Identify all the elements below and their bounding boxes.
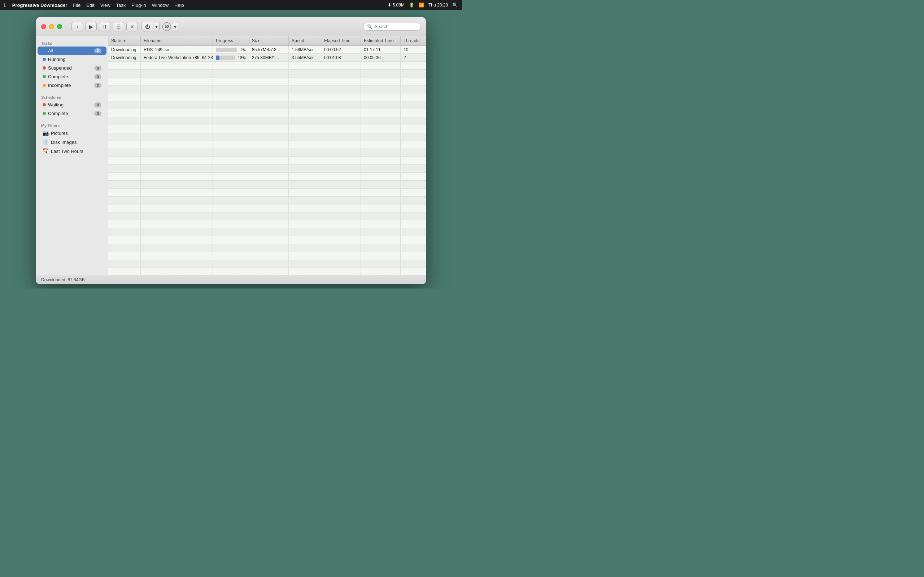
- col-state[interactable]: State ▼: [108, 36, 141, 45]
- empty-cell: [321, 141, 361, 148]
- col-threads[interactable]: Threads: [401, 36, 426, 45]
- pictures-icon: 📷: [43, 130, 49, 136]
- empty-cell: [321, 93, 361, 101]
- empty-cell: [289, 173, 321, 180]
- empty-cell: [401, 77, 426, 85]
- apple-menu[interactable]: : [4, 2, 6, 8]
- list-button[interactable]: ☰: [113, 22, 124, 31]
- sidebar-item-waiting[interactable]: Waiting 0: [37, 101, 107, 109]
- table-row-empty: [108, 268, 426, 275]
- table-row-empty: [108, 197, 426, 205]
- empty-cell: [213, 117, 249, 125]
- col-elapsed[interactable]: Elapsed Time: [321, 36, 361, 45]
- sidebar-item-incomplete[interactable]: Incomplete 2: [37, 81, 107, 89]
- sidebar-item-suspended[interactable]: Suspended 0: [37, 64, 107, 72]
- empty-cell: [141, 220, 213, 228]
- menu-view[interactable]: View: [100, 3, 110, 8]
- cell-filename-0: RDS_249.iso: [141, 46, 213, 53]
- empty-cell: [289, 93, 321, 101]
- table-row-empty: [108, 260, 426, 268]
- sidebar-item-running[interactable]: Running: [37, 55, 107, 63]
- empty-cell: [401, 228, 426, 236]
- col-progress[interactable]: Progress: [213, 36, 249, 45]
- empty-cell: [141, 109, 213, 117]
- empty-cell: [108, 260, 141, 268]
- close-button[interactable]: [41, 24, 46, 29]
- cell-speed-1: 3.55MB/sec: [289, 54, 321, 61]
- empty-cell: [401, 173, 426, 180]
- sidebar-item-last-two-hours[interactable]: 📅 Last Two Hours: [37, 147, 107, 155]
- col-estimated[interactable]: Estimated Time: [361, 36, 401, 45]
- empty-cell: [361, 181, 401, 188]
- fullscreen-button[interactable]: [57, 24, 62, 29]
- power-dropdown[interactable]: ▾: [153, 22, 160, 31]
- empty-cell: [401, 260, 426, 268]
- cell-state-1: Downloading: [108, 54, 141, 61]
- empty-cell: [108, 228, 141, 236]
- menu-edit[interactable]: Edit: [86, 3, 94, 8]
- empty-cell: [213, 77, 249, 85]
- menu-plugin[interactable]: Plug-in: [131, 3, 146, 8]
- col-speed[interactable]: Speed: [289, 36, 321, 45]
- empty-cell: [289, 62, 321, 69]
- empty-cell: [361, 205, 401, 212]
- sidebar-item-pictures[interactable]: 📷 Pictures: [37, 129, 107, 137]
- table-row[interactable]: Downloading Fedora-Live-Workstation-x86_…: [108, 54, 426, 62]
- empty-cell: [401, 93, 426, 101]
- speed-dropdown[interactable]: ▾: [172, 22, 178, 31]
- empty-cell: [289, 157, 321, 164]
- empty-cell: [249, 236, 289, 244]
- add-button[interactable]: +: [71, 22, 83, 31]
- empty-cell: [361, 157, 401, 164]
- empty-cell: [108, 141, 141, 148]
- search-input[interactable]: [375, 24, 417, 29]
- sidebar-item-all[interactable]: All 2: [37, 47, 107, 55]
- app-name: Progressive Downloader: [12, 3, 67, 8]
- empty-cell: [108, 173, 141, 180]
- empty-cell: [289, 109, 321, 117]
- sidebar-item-disk-images[interactable]: 💿 Disk Images: [37, 138, 107, 147]
- col-filename[interactable]: Filename: [141, 36, 213, 45]
- power-button[interactable]: ⏻: [142, 22, 153, 31]
- battery-icon: 🔋: [409, 3, 414, 8]
- cell-speed-0: 1.58MB/sec: [289, 46, 321, 53]
- sidebar-item-complete[interactable]: Complete 0: [37, 73, 107, 81]
- search-menubar-icon[interactable]: 🔍: [452, 3, 458, 8]
- sidebar: Tasks All 2 Running Suspended 0 Complet: [36, 36, 108, 275]
- menu-file[interactable]: File: [73, 3, 81, 8]
- empty-cell: [321, 244, 361, 252]
- table-body: Downloading RDS_249.iso 1% 85.57MB/7.3..…: [108, 46, 426, 275]
- empty-cell: [108, 149, 141, 156]
- empty-cell: [213, 85, 249, 93]
- table-row-empty: [108, 62, 426, 69]
- empty-cell: [249, 220, 289, 228]
- table-row-empty: [108, 228, 426, 236]
- minimize-button[interactable]: [49, 24, 54, 29]
- menu-task[interactable]: Task: [116, 3, 126, 8]
- dot-running: [43, 58, 46, 61]
- table-row-empty: [108, 213, 426, 220]
- close-dl-button[interactable]: ✕: [126, 22, 138, 31]
- empty-cell: [321, 197, 361, 204]
- col-size[interactable]: Size: [249, 36, 289, 45]
- empty-cell: [141, 268, 213, 275]
- sidebar-item-sched-complete[interactable]: Complete 0: [37, 109, 107, 118]
- table-row[interactable]: Downloading RDS_249.iso 1% 85.57MB/7.3..…: [108, 46, 426, 54]
- progress-bar-0: [216, 48, 237, 52]
- menu-help[interactable]: Help: [174, 3, 184, 8]
- titlebar: + ▶ ⏸ ☰ ✕ ⏻ ▾ 50 ▾ 🔍: [36, 17, 426, 36]
- empty-cell: [249, 252, 289, 259]
- empty-cell: [361, 93, 401, 101]
- empty-cell: [141, 141, 213, 148]
- speed-badge[interactable]: 50: [162, 23, 171, 31]
- empty-cell: [213, 252, 249, 259]
- wifi-icon: 📶: [419, 3, 424, 8]
- empty-cell: [213, 205, 249, 212]
- cell-progress-1: 18%: [213, 54, 249, 61]
- play-button[interactable]: ▶: [85, 22, 97, 31]
- menu-window[interactable]: Window: [152, 3, 168, 8]
- pause-button[interactable]: ⏸: [99, 22, 110, 31]
- main-window: + ▶ ⏸ ☰ ✕ ⏻ ▾ 50 ▾ 🔍 Tasks: [36, 17, 426, 284]
- search-box[interactable]: 🔍: [363, 23, 421, 31]
- empty-cell: [321, 77, 361, 85]
